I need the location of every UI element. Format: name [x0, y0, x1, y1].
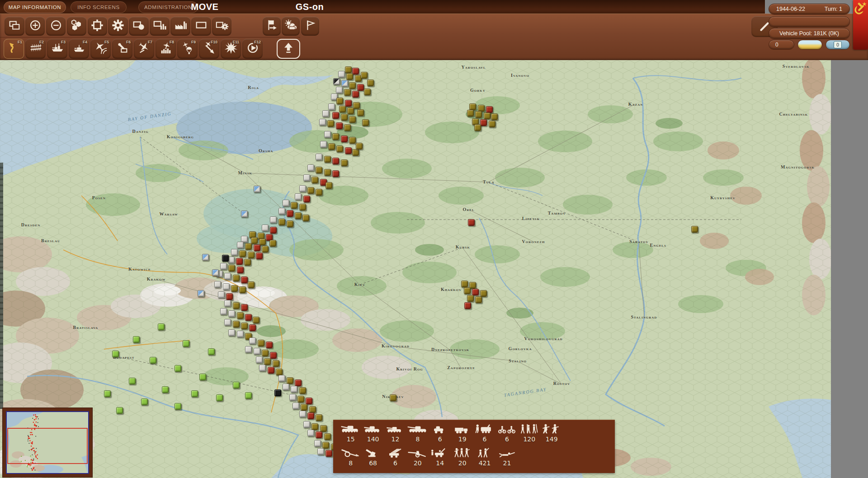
unit-counter-soviet-olive[interactable] — [244, 259, 251, 266]
unit-counter-soviet-guards-red[interactable] — [245, 314, 252, 321]
unit-counter-soviet-olive[interactable] — [231, 285, 238, 292]
unit-counter-soviet-olive[interactable] — [345, 66, 352, 73]
unit-counter-soviet-olive[interactable] — [327, 120, 334, 127]
unit-counter-hq-black[interactable] — [222, 255, 229, 262]
bombard-mode-button[interactable]: F11 — [221, 39, 241, 59]
unit-counter-soviet-olive[interactable] — [489, 121, 495, 127]
unit-counter-soviet-olive[interactable] — [474, 124, 481, 131]
unit-counter-soviet-olive[interactable] — [691, 226, 698, 233]
unit-counter-soviet-olive[interactable] — [233, 302, 240, 309]
unit-counter-axis-gray[interactable] — [262, 225, 269, 231]
unit-counter-soviet-olive[interactable] — [332, 133, 339, 140]
unit-counter-soviet-guards-red[interactable] — [254, 244, 260, 251]
unit-counter-allied-green[interactable] — [112, 351, 119, 357]
unit-counter-soviet-guards-red[interactable] — [249, 324, 256, 331]
unit-counter-axis-gray[interactable] — [320, 141, 327, 148]
unit-counter-soviet-olive[interactable] — [341, 159, 348, 166]
unit-counter-soviet-olive[interactable] — [364, 89, 371, 95]
unit-counter-axis-gray[interactable] — [314, 440, 321, 447]
unit-counter-axis-gray[interactable] — [289, 394, 296, 401]
unit-counter-axis-gray[interactable] — [228, 329, 235, 336]
unit-counter-axis-gray[interactable] — [259, 365, 266, 371]
unit-counter-axis-gray[interactable] — [307, 430, 314, 436]
unit-counter-axis-gray[interactable] — [303, 174, 310, 181]
air-transfer-mode-button[interactable]: F6 — [112, 39, 132, 59]
unit-counter-axis-gray[interactable] — [316, 154, 322, 160]
unit-counter-soviet-guards-red[interactable] — [326, 450, 332, 457]
unit-counter-soviet-olive[interactable] — [480, 290, 487, 297]
unit-counter-soviet-guards-red[interactable] — [268, 367, 274, 374]
unit-counter-soviet-guards-red[interactable] — [241, 304, 248, 311]
unit-counter-soviet-olive[interactable] — [248, 281, 255, 288]
eject-up-arrow-button[interactable] — [277, 39, 300, 59]
unit-counter-soviet-olive[interactable] — [262, 350, 269, 356]
unit-counter-allied-green[interactable] — [129, 378, 136, 384]
unit-counter-axis-gray[interactable] — [328, 103, 335, 110]
amphibious-mode-button[interactable]: F4 — [69, 39, 89, 59]
unit-counter-soviet-olive[interactable] — [320, 425, 327, 432]
unit-counter-axis-gray[interactable] — [228, 257, 235, 263]
unit-counter-soviet-guards-red[interactable] — [241, 276, 248, 283]
unit-counter-axis-gray[interactable] — [223, 283, 230, 290]
unit-counter-allied-green[interactable] — [216, 394, 223, 401]
strategic-bombing-mode-button[interactable]: F8 — [156, 39, 176, 59]
unit-counter-soviet-olive[interactable] — [491, 113, 498, 120]
unit-counter-soviet-olive[interactable] — [478, 105, 485, 112]
unit-counter-allied-green[interactable] — [150, 357, 156, 364]
unit-counter-soviet-olive[interactable] — [461, 281, 468, 287]
unit-counter-axis-gray[interactable] — [245, 346, 252, 353]
unit-counter-axis-gray[interactable] — [322, 110, 329, 117]
unit-counter-axis-gray[interactable] — [256, 356, 263, 363]
unit-counter-soviet-olive[interactable] — [316, 414, 322, 421]
unit-counter-soviet-olive[interactable] — [311, 423, 318, 430]
unit-counter-airbase-blue[interactable] — [254, 186, 260, 192]
unit-counter-soviet-olive[interactable] — [287, 220, 293, 227]
unit-counter-airbase-blue[interactable] — [212, 269, 219, 276]
unit-counter-soviet-olive[interactable] — [324, 156, 331, 163]
unit-counter-soviet-guards-red[interactable] — [352, 68, 359, 75]
unit-counter-soviet-olive[interactable] — [262, 246, 269, 253]
unit-counter-soviet-olive[interactable] — [326, 182, 332, 189]
weather-button[interactable] — [282, 17, 300, 36]
unit-counter-allied-green[interactable] — [116, 407, 123, 414]
unit-counter-soviet-guards-red[interactable] — [226, 293, 233, 300]
unit-counter-soviet-olive[interactable] — [241, 323, 248, 329]
selection-box-button[interactable] — [191, 17, 211, 36]
air-recon-mode-button[interactable]: F5 — [90, 39, 111, 59]
unit-counter-soviet-guards-red[interactable] — [468, 219, 475, 226]
unit-counter-airbase-blue[interactable] — [198, 290, 204, 297]
air-transport-mode-button[interactable]: F10 — [199, 39, 219, 59]
unit-counter-soviet-olive[interactable] — [258, 340, 264, 347]
unit-counter-axis-gray[interactable] — [228, 310, 235, 317]
unit-counter-soviet-guards-red[interactable] — [295, 380, 302, 386]
unit-counter-soviet-olive[interactable] — [467, 295, 474, 302]
unit-counter-allied-green[interactable] — [133, 336, 140, 343]
unit-counter-soviet-olive[interactable] — [339, 106, 346, 112]
unit-counter-soviet-olive[interactable] — [357, 109, 364, 116]
unit-counter-axis-gray[interactable] — [336, 87, 343, 94]
unit-counter-soviet-olive[interactable] — [336, 98, 343, 104]
unit-counter-soviet-guards-red[interactable] — [332, 170, 339, 177]
unit-counter-allied-green[interactable] — [191, 390, 198, 397]
unit-counter-allied-green[interactable] — [183, 340, 189, 347]
unit-counter-soviet-guards-red[interactable] — [345, 100, 352, 107]
unit-counter-soviet-olive[interactable] — [475, 111, 482, 118]
unit-counter-soviet-olive[interactable] — [269, 240, 276, 247]
unit-counter-axis-gray[interactable] — [295, 193, 302, 200]
unit-counter-axis-gray[interactable] — [283, 384, 289, 390]
unit-counter-soviet-olive[interactable] — [324, 433, 331, 440]
unit-counter-allied-green[interactable] — [233, 382, 240, 389]
unit-counter-soviet-guards-red[interactable] — [303, 196, 310, 202]
unit-counter-soviet-guards-red[interactable] — [236, 258, 243, 265]
unit-counter-axis-gray[interactable] — [307, 164, 314, 171]
unit-counter-soviet-olive[interactable] — [349, 137, 356, 144]
unit-counter-soviet-olive[interactable] — [291, 202, 297, 209]
unit-counter-axis-gray[interactable] — [278, 375, 285, 382]
unit-counter-soviet-olive[interactable] — [347, 108, 354, 114]
objective-flag-button[interactable] — [301, 17, 319, 36]
unit-counter-soviet-olive[interactable] — [361, 72, 368, 79]
unit-counter-soviet-guards-red[interactable] — [237, 267, 244, 273]
unit-counter-soviet-guards-red[interactable] — [345, 147, 352, 154]
unit-counter-soviet-olive[interactable] — [301, 404, 307, 411]
unit-counter-soviet-olive[interactable] — [309, 406, 316, 413]
